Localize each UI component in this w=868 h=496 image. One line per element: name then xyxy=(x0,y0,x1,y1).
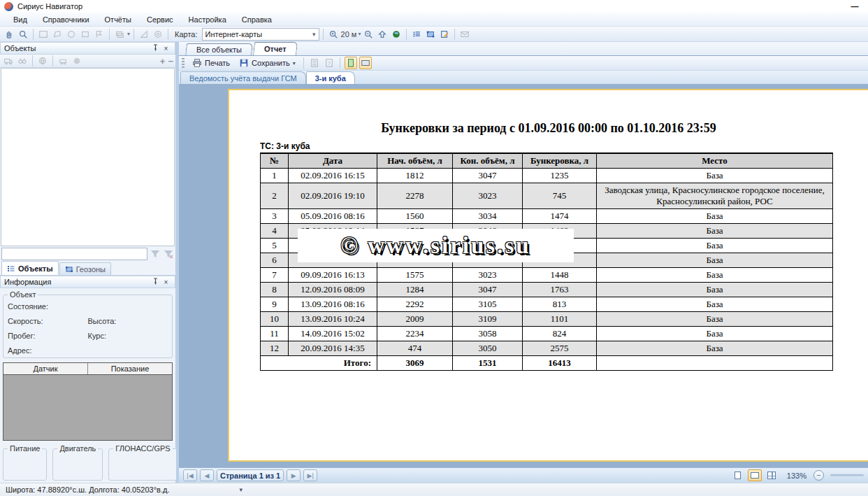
track-icon[interactable] xyxy=(152,28,164,41)
help-icon[interactable]: ? xyxy=(323,57,335,69)
geozones-icon[interactable] xyxy=(424,28,437,41)
close-icon[interactable]: × xyxy=(161,45,171,52)
coordinates-readout: Широта: 47.88920°с.ш. Долгота: 40.05203°… xyxy=(6,486,169,494)
main-area: Все объекты Отчет Печать Сохранить ▾ ? xyxy=(179,42,868,483)
page-width-view-icon[interactable] xyxy=(359,57,372,69)
menu-otchety[interactable]: Отчёты xyxy=(97,14,139,25)
pan-hand-icon[interactable] xyxy=(3,28,15,41)
tab-3i-kuba[interactable]: 3-и куба xyxy=(306,71,355,84)
rect-select-icon[interactable] xyxy=(79,28,92,41)
left-dock: Объекты × + − xyxy=(0,42,176,483)
first-page-button[interactable]: |◀ xyxy=(183,469,197,481)
world-icon[interactable] xyxy=(71,55,83,67)
collapse-all-icon[interactable]: − xyxy=(168,56,173,66)
pin-icon[interactable] xyxy=(150,278,161,286)
col-date: Дата xyxy=(289,153,377,169)
page-setup-icon[interactable] xyxy=(308,57,321,69)
last-page-button[interactable]: ▶| xyxy=(303,469,317,481)
save-button[interactable]: Сохранить ▾ xyxy=(236,57,299,69)
total-start-volume: 3069 xyxy=(377,356,453,371)
left-panel-tabs: Объекты Геозоны xyxy=(0,262,175,276)
chevron-down-icon: ▾ xyxy=(293,60,296,66)
print-button[interactable]: Печать xyxy=(189,57,233,69)
sensor-table-body[interactable] xyxy=(3,375,172,440)
map-scale-dropdown[interactable]: 20 м ▾ xyxy=(341,30,361,38)
zoom-out-icon[interactable] xyxy=(362,28,375,41)
totals-label: Итого: xyxy=(261,356,377,371)
map-select-icon[interactable] xyxy=(37,28,50,41)
fit-width-view-button[interactable] xyxy=(748,469,762,481)
map-source-combobox[interactable]: Интернет-карты ▾ xyxy=(202,28,319,41)
state-label: Состояние: xyxy=(8,302,168,311)
objects-list[interactable] xyxy=(1,68,175,246)
tab-objects[interactable]: Объекты xyxy=(1,261,59,275)
clear-filter-icon[interactable] xyxy=(163,248,174,260)
menu-nastroika[interactable]: Настройка xyxy=(181,14,234,25)
report-viewport[interactable]: Бункеровки за период с 01.09.2016 00:00 … xyxy=(179,84,868,467)
tab-objects-label: Объекты xyxy=(18,264,53,273)
pager-bar: |◀ ◀ Страница 1 из 1 ▶ ▶| 133% − xyxy=(179,467,868,483)
course-label: Курс: xyxy=(88,332,168,340)
menu-spravka[interactable]: Справка xyxy=(234,14,280,25)
single-page-view-button[interactable] xyxy=(731,469,745,481)
page-indicator: Страница 1 из 1 xyxy=(217,469,284,481)
menu-spravochniki[interactable]: Справочники xyxy=(35,14,97,25)
zoom-slider[interactable] xyxy=(830,474,864,476)
expand-all-icon[interactable]: + xyxy=(160,56,166,66)
binoculars-icon[interactable] xyxy=(16,55,29,67)
tab-3i-kuba-label: 3-и куба xyxy=(315,74,346,83)
objects-list-icon xyxy=(7,264,15,273)
report-table-row: 202.09.2016 19:1022783023745Заводская ул… xyxy=(261,183,833,209)
zoom-rect-icon[interactable] xyxy=(17,28,29,41)
layers-caret-icon[interactable]: ▾ xyxy=(127,31,130,37)
edit-report-icon[interactable] xyxy=(438,28,451,41)
menu-servis[interactable]: Сервис xyxy=(139,14,181,25)
prev-page-button[interactable]: ◀ xyxy=(200,469,214,481)
objects-search-input[interactable] xyxy=(1,248,147,260)
home-view-icon[interactable] xyxy=(376,28,389,41)
circle-select-icon[interactable] xyxy=(65,28,78,41)
zoom-percentage: 133% xyxy=(787,472,806,480)
whole-page-view-icon[interactable] xyxy=(345,57,357,69)
report-table-row: 1220.09.2016 14:3547430502575База xyxy=(261,341,833,356)
minimize-button[interactable]: — xyxy=(846,2,864,10)
globe-small-icon[interactable] xyxy=(36,55,49,67)
status-groups: Питание Двигатель ГЛОНАСС/GPS xyxy=(0,441,175,483)
polygon-select-icon[interactable] xyxy=(51,28,64,41)
menu-vid[interactable]: Вид xyxy=(6,14,35,25)
totals-place-empty xyxy=(597,356,833,371)
tab-report[interactable]: Отчет xyxy=(253,42,298,55)
svg-text:?: ? xyxy=(328,61,331,66)
close-icon[interactable]: × xyxy=(161,278,171,286)
sensor-table: Датчик Показание xyxy=(3,362,173,441)
multi-page-view-button[interactable] xyxy=(765,469,779,481)
pin-icon[interactable] xyxy=(150,44,161,52)
layers-icon[interactable] xyxy=(113,28,126,41)
follow-vehicle-icon[interactable] xyxy=(57,55,69,67)
report-table-row: 913.09.2016 08:1622923105813База xyxy=(261,297,833,312)
measure-angle-icon[interactable] xyxy=(138,28,150,41)
filter-icon[interactable] xyxy=(150,248,161,260)
zoom-in-icon[interactable] xyxy=(327,28,340,41)
chevron-down-icon[interactable]: ▾ xyxy=(239,486,243,493)
total-end-volume: 1531 xyxy=(453,356,523,371)
menu-bar: Вид Справочники Отчёты Сервис Настройка … xyxy=(0,13,868,27)
zoom-out-button[interactable]: − xyxy=(813,470,824,481)
mail-icon[interactable] xyxy=(458,28,471,41)
toolbar-grip xyxy=(182,58,185,68)
objects-panel-title: Объекты xyxy=(4,44,36,52)
tab-vedomost-gsm[interactable]: Ведомость учёта выдачи ГСМ xyxy=(180,71,306,84)
info-panel-title: Информация xyxy=(4,278,51,286)
report-table-row: 305.09.2016 08:16156030341474База xyxy=(261,209,833,224)
globe-icon[interactable] xyxy=(390,28,403,41)
objects-list-icon[interactable] xyxy=(410,28,423,41)
route-flag-icon[interactable] xyxy=(93,28,106,41)
tab-geozones[interactable]: Геозоны xyxy=(59,262,111,275)
add-vehicle-icon[interactable] xyxy=(2,55,15,67)
tab-all-objects[interactable]: Все объекты xyxy=(185,43,253,55)
geozone-icon xyxy=(65,265,73,274)
next-page-button[interactable]: ▶ xyxy=(287,469,301,481)
report-table-row: 709.09.2016 16:13157530231448База xyxy=(261,268,833,283)
tab-report-label: Отчет xyxy=(264,45,287,53)
document-tabbar: Все объекты Отчет xyxy=(179,42,868,56)
